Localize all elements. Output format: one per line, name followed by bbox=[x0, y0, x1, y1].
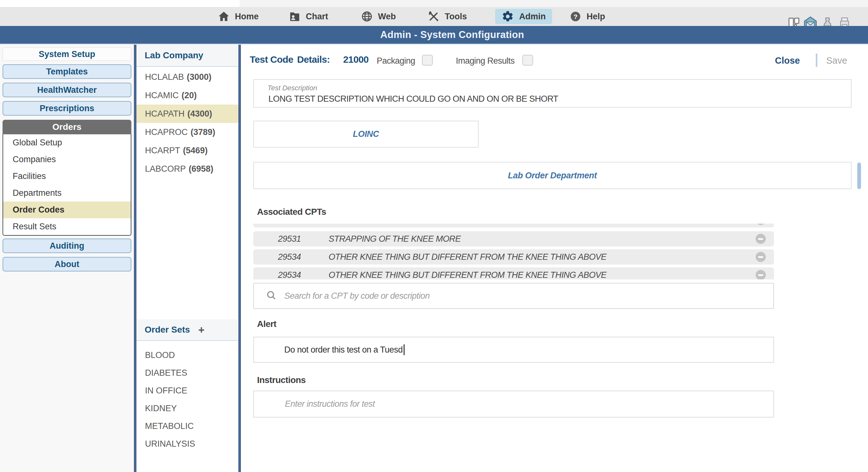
sidebar: System Setup Templates HealthWatcher Pre… bbox=[0, 45, 134, 472]
details-panel: Test CodeDetails:21000 Packaging Imaging… bbox=[241, 45, 868, 472]
nav-item-web[interactable]: Web bbox=[361, 7, 396, 26]
sidebar-button-prescriptions[interactable]: Prescriptions bbox=[3, 101, 131, 116]
lab-company-item[interactable]: HCAPROC(3789) bbox=[136, 123, 238, 141]
loinc-field[interactable]: LOINC bbox=[253, 121, 478, 148]
save-button[interactable]: Save bbox=[826, 55, 847, 66]
home-icon bbox=[218, 10, 230, 23]
lab-company-item[interactable]: HCLALAB(3000) bbox=[136, 68, 238, 86]
sidebar-item-global-setup[interactable]: Global Setup bbox=[3, 134, 131, 151]
nav-item-label: Tools bbox=[445, 12, 467, 22]
sidebar-accordion-orders[interactable]: Orders bbox=[3, 120, 131, 134]
order-set-item[interactable]: URINALYSIS bbox=[136, 435, 238, 453]
order-set-item[interactable]: IN OFFICE bbox=[136, 382, 238, 400]
remove-cpt-icon[interactable] bbox=[755, 270, 766, 279]
cpt-list[interactable]: 29531 STRAPPING OF THE KNEE MORE 29534 O… bbox=[253, 224, 774, 279]
sidebar-button-templates[interactable]: Templates bbox=[3, 64, 131, 79]
cpt-code: 29534 bbox=[278, 270, 301, 280]
cpt-description: OTHER KNEE THING BUT DIFFERENT FROM THE … bbox=[329, 270, 607, 280]
main-nav: Home Chart Web bbox=[0, 7, 868, 26]
nav-item-help[interactable]: ? Help bbox=[569, 7, 605, 26]
nav-item-label: Help bbox=[587, 12, 605, 22]
imaging-results-label: Imaging Results bbox=[456, 56, 515, 66]
svg-text:?: ? bbox=[574, 13, 578, 20]
sidebar-button-healthwatcher[interactable]: HealthWatcher bbox=[3, 83, 131, 97]
test-code-details-title: Test CodeDetails:21000 bbox=[250, 54, 369, 65]
lab-company-item[interactable]: HCARPT(5469) bbox=[136, 141, 238, 160]
button-divider bbox=[816, 54, 817, 67]
column-divider bbox=[238, 45, 241, 472]
instructions-field bbox=[253, 391, 774, 417]
lab-company-item[interactable]: LABCORP(6958) bbox=[136, 160, 238, 178]
sidebar-button-about[interactable]: About bbox=[3, 257, 131, 271]
test-description-label: Test Description bbox=[268, 84, 317, 92]
nav-item-label: Web bbox=[378, 12, 396, 22]
packaging-label: Packaging bbox=[377, 56, 415, 66]
nav-item-label: Chart bbox=[306, 12, 328, 22]
order-set-item[interactable]: BLOOD bbox=[136, 346, 238, 364]
alert-value: Do not order this test on a Tuesd bbox=[284, 345, 403, 355]
top-strip-left bbox=[0, 0, 240, 7]
sidebar-item-companies[interactable]: Companies bbox=[3, 151, 131, 168]
page-title-bar: Admin - System Configuration bbox=[0, 26, 868, 45]
sidebar-item-facilities[interactable]: Facilities bbox=[3, 168, 131, 185]
order-sets-header: Order Sets + bbox=[136, 319, 238, 341]
nav-item-label: Home bbox=[235, 12, 259, 22]
cpt-search-input[interactable] bbox=[284, 291, 773, 301]
sidebar-item-departments[interactable]: Departments bbox=[3, 185, 131, 202]
cpt-code: 29531 bbox=[278, 234, 301, 244]
scrollbar-thumb[interactable] bbox=[857, 163, 861, 189]
sidebar-button-auditing[interactable]: Auditing bbox=[3, 239, 131, 253]
orders-panel: Global Setup Companies Facilities Depart… bbox=[3, 134, 131, 236]
order-set-item[interactable]: DIABETES bbox=[136, 364, 238, 382]
lab-company-item[interactable]: HCAMIC(20) bbox=[136, 86, 238, 105]
test-description-field[interactable]: Test Description LONG TEST DESCRIPTION W… bbox=[253, 79, 851, 108]
nav-item-home[interactable]: Home bbox=[218, 7, 259, 26]
help-icon: ? bbox=[569, 10, 582, 23]
column-divider bbox=[134, 45, 136, 472]
sidebar-button-system-setup[interactable]: System Setup bbox=[3, 48, 131, 61]
nav-item-admin[interactable]: Admin bbox=[495, 9, 552, 24]
top-strip-right bbox=[240, 0, 868, 7]
page-title: Admin - System Configuration bbox=[380, 29, 524, 40]
instructions-input[interactable] bbox=[284, 399, 773, 409]
sidebar-item-result-sets[interactable]: Result Sets bbox=[3, 218, 131, 235]
lab-order-department-field[interactable]: Lab Order Department bbox=[253, 162, 851, 189]
remove-cpt-icon[interactable] bbox=[755, 234, 766, 244]
remove-cpt-icon[interactable] bbox=[755, 224, 766, 225]
cpt-code: 29534 bbox=[278, 252, 301, 262]
lab-company-header: Lab Company bbox=[136, 45, 238, 67]
nav-item-tools[interactable]: Tools bbox=[428, 7, 467, 26]
packaging-checkbox[interactable] bbox=[422, 55, 433, 65]
lab-company-item-selected[interactable]: HCAPATH(4300) bbox=[136, 105, 238, 123]
cpt-row: 29531 STRAPPING OF THE KNEE MORE bbox=[253, 231, 774, 246]
remove-cpt-icon[interactable] bbox=[755, 252, 766, 262]
alert-heading: Alert bbox=[257, 319, 276, 329]
gear-icon bbox=[501, 10, 514, 23]
cpt-search bbox=[253, 283, 774, 309]
cpt-row: 29534 OTHER KNEE THING BUT DIFFERENT FRO… bbox=[253, 267, 774, 279]
imaging-results-checkbox[interactable] bbox=[522, 55, 533, 65]
cpt-description: STRAPPING OF THE KNEE MORE bbox=[329, 234, 461, 244]
order-set-item[interactable]: METABOLIC bbox=[136, 417, 238, 435]
tools-icon bbox=[428, 10, 440, 23]
text-cursor bbox=[404, 344, 405, 355]
instructions-heading: Instructions bbox=[257, 375, 306, 385]
cpt-row-partial bbox=[253, 224, 774, 228]
app-window: Home Chart Web bbox=[0, 0, 868, 472]
sidebar-item-order-codes[interactable]: Order Codes bbox=[3, 202, 131, 218]
nav-item-label: Admin bbox=[519, 12, 546, 22]
close-button[interactable]: Close bbox=[775, 55, 800, 66]
associated-cpts-heading: Associated CPTs bbox=[257, 207, 326, 217]
chart-icon bbox=[289, 10, 301, 23]
cpt-row: 29534 OTHER KNEE THING BUT DIFFERENT FRO… bbox=[253, 249, 774, 265]
cpt-description: OTHER KNEE THING BUT DIFFERENT FROM THE … bbox=[329, 252, 607, 262]
nav-item-chart[interactable]: Chart bbox=[289, 7, 328, 26]
test-code-value: 21000 bbox=[343, 54, 369, 65]
add-order-set-icon[interactable]: + bbox=[198, 324, 205, 335]
test-description-value: LONG TEST DESCRIPTION WHICH COULD GO ON … bbox=[269, 94, 558, 104]
globe-icon bbox=[361, 10, 373, 23]
search-icon bbox=[266, 290, 277, 302]
alert-field[interactable]: Do not order this test on a Tuesd bbox=[253, 337, 774, 363]
lab-company-column: Lab Company HCLALAB(3000) HCAMIC(20) HCA… bbox=[136, 45, 238, 472]
order-set-item[interactable]: KIDNEY bbox=[136, 400, 238, 417]
